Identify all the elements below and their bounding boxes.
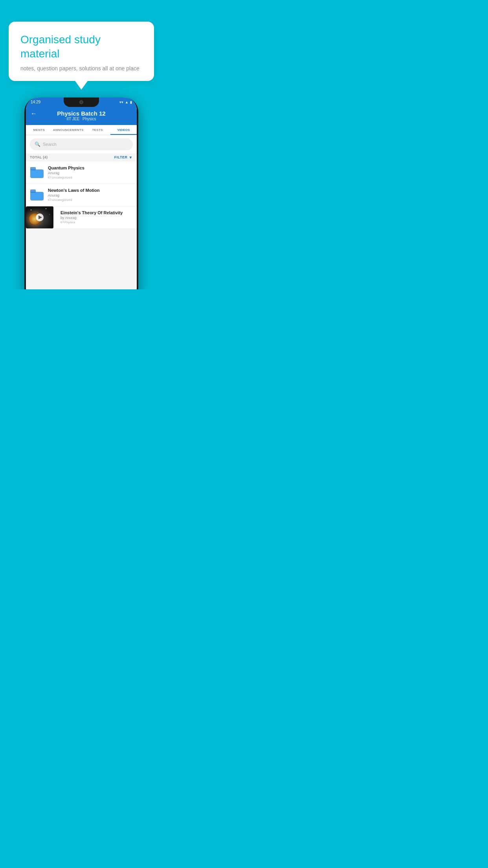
subtitle-iit-jee: IIT JEE xyxy=(66,117,79,121)
list-item-info: Einstein's Theory Of Relativity by Anura… xyxy=(57,206,137,228)
app-bar: ← Physics Batch 12 IIT JEE Physics xyxy=(26,107,137,125)
status-time: 14:29 xyxy=(31,100,40,104)
search-placeholder-text: Search xyxy=(43,142,57,147)
video-title: Newton's Laws of Motion xyxy=(48,188,133,193)
phone-camera xyxy=(79,100,83,104)
speech-bubble-tail xyxy=(75,81,88,90)
search-bar: 🔍 Search xyxy=(26,135,137,153)
signal-icon: ▲ xyxy=(125,100,128,104)
tabs-bar: MENTS ANNOUNCEMENTS TESTS VIDEOS xyxy=(26,125,137,135)
video-author: Anurag xyxy=(48,193,133,197)
tab-announcements[interactable]: ANNOUNCEMENTS xyxy=(52,125,84,135)
back-button[interactable]: ← xyxy=(31,110,37,117)
total-count-label: TOTAL (4) xyxy=(30,155,48,159)
phone-screen: 14:29 ▾▾ ▲ ▮ ← Physics Batch 12 IIT JEE … xyxy=(26,97,137,289)
video-thumbnail xyxy=(26,206,53,228)
tab-videos[interactable]: VIDEOS xyxy=(110,125,137,135)
list-item[interactable]: Newton's Laws of Motion Anurag 🏷 Uncateg… xyxy=(26,184,137,206)
speech-bubble-title: Organised study material xyxy=(20,33,142,61)
speech-bubble: Organised study material notes, question… xyxy=(9,22,154,81)
speech-bubble-subtitle: notes, question papers, solutions all at… xyxy=(20,65,142,72)
video-tag: 🏷 Physics xyxy=(61,221,134,224)
tab-tests[interactable]: TESTS xyxy=(84,125,111,135)
folder-icon xyxy=(30,189,44,200)
status-icons: ▾▾ ▲ ▮ xyxy=(119,100,132,104)
filter-label: FILTER xyxy=(114,155,128,159)
tag-icon: 🏷 xyxy=(48,198,51,202)
filter-button[interactable]: FILTER ▼ xyxy=(114,155,133,160)
filter-row: TOTAL (4) FILTER ▼ xyxy=(26,153,137,162)
tag-label: Uncategorized xyxy=(52,198,72,202)
folder-icon-container xyxy=(30,188,44,202)
list-item[interactable]: Quantum Physics Anurag 🏷 Uncategorized xyxy=(26,162,137,184)
video-title: Einstein's Theory Of Relativity xyxy=(61,210,134,215)
wifi-icon: ▾▾ xyxy=(119,100,123,104)
content-list: Quantum Physics Anurag 🏷 Uncategorized xyxy=(26,162,137,229)
video-tag: 🏷 Uncategorized xyxy=(48,176,133,179)
search-icon: 🔍 xyxy=(35,142,40,147)
phone-notch xyxy=(64,97,99,107)
list-item-info: Newton's Laws of Motion Anurag 🏷 Uncateg… xyxy=(48,188,133,202)
video-author: by Anurag xyxy=(61,216,134,220)
filter-funnel-icon: ▼ xyxy=(129,155,133,160)
tag-icon: 🏷 xyxy=(61,221,64,224)
video-author: Anurag xyxy=(48,171,133,175)
folder-icon xyxy=(30,167,44,178)
tab-ments[interactable]: MENTS xyxy=(26,125,52,135)
play-triangle-icon xyxy=(39,215,42,219)
search-input[interactable]: 🔍 Search xyxy=(30,138,133,150)
app-bar-title: Physics Batch 12 xyxy=(57,110,105,117)
folder-icon-container xyxy=(30,166,44,180)
tag-label: Physics xyxy=(64,221,75,224)
battery-icon: ▮ xyxy=(130,100,132,104)
phone-mockup: 14:29 ▾▾ ▲ ▮ ← Physics Batch 12 IIT JEE … xyxy=(24,97,138,289)
list-item-info: Quantum Physics Anurag 🏷 Uncategorized xyxy=(48,166,133,179)
video-tag: 🏷 Uncategorized xyxy=(48,198,133,202)
tag-label: Uncategorized xyxy=(52,176,72,179)
list-item[interactable]: Einstein's Theory Of Relativity by Anura… xyxy=(26,206,137,229)
play-button[interactable] xyxy=(36,213,44,221)
tag-icon: 🏷 xyxy=(48,176,51,179)
app-bar-subtitle: IIT JEE Physics xyxy=(66,117,96,121)
thumb-background xyxy=(26,206,53,228)
speech-bubble-container: Organised study material notes, question… xyxy=(9,22,154,90)
video-title: Quantum Physics xyxy=(48,166,133,170)
subtitle-physics: Physics xyxy=(83,117,96,121)
